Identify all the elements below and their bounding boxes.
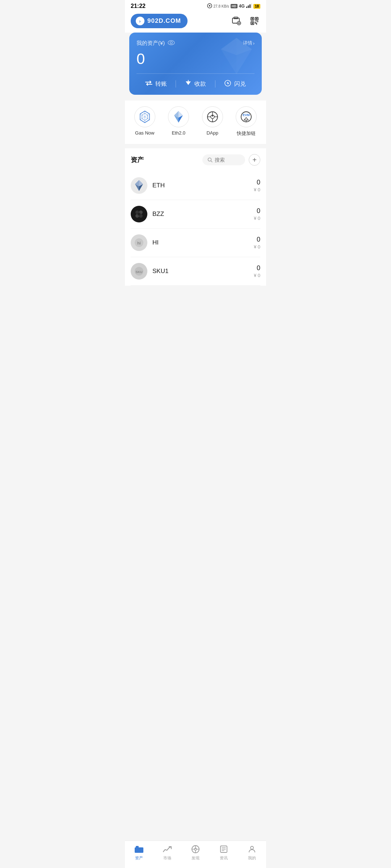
assets-header: 资产 +: [131, 154, 260, 166]
speed-text: 27.8 KB/s: [214, 4, 229, 8]
sku1-name: SKU1: [152, 268, 254, 275]
flash-button[interactable]: 闪兑: [215, 80, 255, 88]
svg-text:hi: hi: [137, 241, 141, 245]
logo-button[interactable]: › 902D.COM: [131, 14, 188, 28]
svg-rect-14: [256, 18, 257, 20]
bzz-values: 0 ¥ 0: [254, 207, 260, 221]
svg-rect-73: [137, 850, 140, 851]
battery-indicator: 18: [253, 4, 260, 9]
status-bar: 21:22 27.8 KB/s HD 4G 18: [125, 0, 266, 11]
eth-amount: 0: [254, 179, 260, 186]
svg-rect-4: [249, 4, 251, 8]
svg-point-1: [209, 5, 210, 7]
gas-now-label: Gas Now: [135, 130, 154, 136]
quick-icon-eth2[interactable]: Eth2.0: [168, 106, 189, 137]
svg-rect-16: [252, 22, 253, 24]
dapp-circle: [202, 106, 223, 127]
add-asset-button[interactable]: +: [249, 154, 260, 166]
eth-values: 0 ¥ 0: [254, 179, 260, 192]
svg-rect-3: [248, 5, 249, 8]
eth2-circle: [168, 106, 189, 127]
quick-icon-gas-now[interactable]: Gas Now: [134, 106, 155, 137]
assets-section: 资产 +: [125, 148, 266, 286]
eth-cny: ¥ 0: [254, 187, 260, 192]
nav-item-market[interactable]: 市场: [153, 844, 181, 861]
quick-icon-quick-chain[interactable]: EVM 快捷加链: [236, 106, 257, 137]
nav-item-news[interactable]: 资讯: [210, 844, 238, 861]
transfer-button[interactable]: 转账: [136, 80, 176, 88]
flash-label: 闪兑: [234, 80, 246, 88]
asset-list-item-eth[interactable]: ETH 0 ¥ 0: [131, 171, 260, 200]
nav-item-mine[interactable]: 我的: [238, 844, 266, 861]
signal-bars: [246, 4, 252, 9]
sku1-icon: SKU: [131, 263, 147, 280]
sku1-cny: ¥ 0: [254, 273, 260, 278]
header-actions: [231, 15, 260, 27]
hi-name: HI: [152, 239, 254, 246]
receive-label: 收款: [194, 80, 206, 88]
assets-title: 资产: [131, 156, 144, 164]
receive-button[interactable]: 收款: [176, 80, 215, 88]
network-indicator: 4G: [239, 4, 245, 9]
asset-card: 我的资产(¥) 详情 ›: [129, 33, 262, 95]
scan-button[interactable]: [249, 15, 260, 27]
nav-item-assets[interactable]: 资产: [125, 844, 153, 861]
hi-icon: hi: [131, 234, 147, 251]
eth-background-icon: [218, 36, 255, 77]
logo-arrow-circle: ›: [136, 17, 144, 25]
dapp-label: DApp: [206, 130, 218, 136]
hi-cny: ¥ 0: [254, 244, 260, 250]
bzz-name: BZZ: [152, 210, 254, 218]
quick-chain-circle: EVM: [236, 106, 257, 127]
status-icons: 27.8 KB/s HD 4G 18: [207, 3, 261, 9]
svg-rect-71: [136, 846, 139, 848]
hi-values: 0 ¥ 0: [254, 236, 260, 250]
search-input[interactable]: [215, 157, 240, 163]
logo-text: 902D.COM: [147, 17, 181, 25]
receive-icon: [185, 80, 192, 88]
svg-line-55: [211, 161, 213, 162]
nav-item-discover[interactable]: 发现: [181, 844, 210, 861]
svg-point-21: [168, 41, 175, 45]
asset-list-item-hi[interactable]: hi HI 0 ¥ 0: [131, 229, 260, 257]
quick-icons-section: Gas Now Eth2.0: [125, 101, 266, 144]
svg-point-22: [170, 42, 172, 44]
transfer-icon: [145, 80, 152, 88]
svg-marker-30: [186, 81, 191, 85]
search-input-wrap[interactable]: [202, 154, 245, 165]
mine-nav-label: 我的: [248, 855, 256, 861]
news-nav-icon: [219, 844, 228, 854]
transfer-label: 转账: [155, 80, 167, 88]
news-nav-label: 资讯: [220, 855, 228, 861]
mine-nav-icon: [247, 844, 257, 854]
eye-icon[interactable]: [168, 40, 175, 46]
svg-marker-52: [244, 118, 248, 120]
bottom-navigation: 资产 市场 发现: [125, 841, 266, 868]
svg-rect-5: [251, 4, 252, 8]
eth-name: ETH: [152, 182, 254, 189]
hi-amount: 0: [254, 236, 260, 243]
quick-icon-dapp[interactable]: DApp: [202, 106, 223, 137]
assets-nav-icon: [134, 844, 144, 854]
svg-rect-70: [135, 847, 143, 853]
svg-rect-2: [246, 7, 247, 8]
flash-icon: [224, 80, 231, 88]
sku1-amount: 0: [254, 264, 260, 272]
gas-now-circle: [134, 106, 155, 127]
add-wallet-button[interactable]: [231, 15, 242, 27]
sku1-values: 0 ¥ 0: [254, 264, 260, 278]
market-nav-label: 市场: [163, 855, 171, 861]
svg-rect-12: [252, 18, 253, 20]
svg-text:EVM: EVM: [243, 113, 250, 117]
discover-nav-label: 发现: [192, 855, 199, 861]
svg-point-65: [138, 213, 140, 216]
eth-icon: [131, 177, 147, 194]
asset-list-item-sku1[interactable]: SKU SKU1 0 ¥ 0: [131, 257, 260, 286]
asset-list-item-bzz[interactable]: BZZ 0 ¥ 0: [131, 200, 260, 229]
quick-chain-label: 快捷加链: [237, 130, 256, 137]
bzz-cny: ¥ 0: [254, 216, 260, 221]
bzz-icon: [131, 206, 147, 222]
hd-badge: HD: [231, 4, 237, 8]
market-nav-icon: [163, 844, 172, 854]
asset-label: 我的资产(¥): [136, 40, 175, 47]
